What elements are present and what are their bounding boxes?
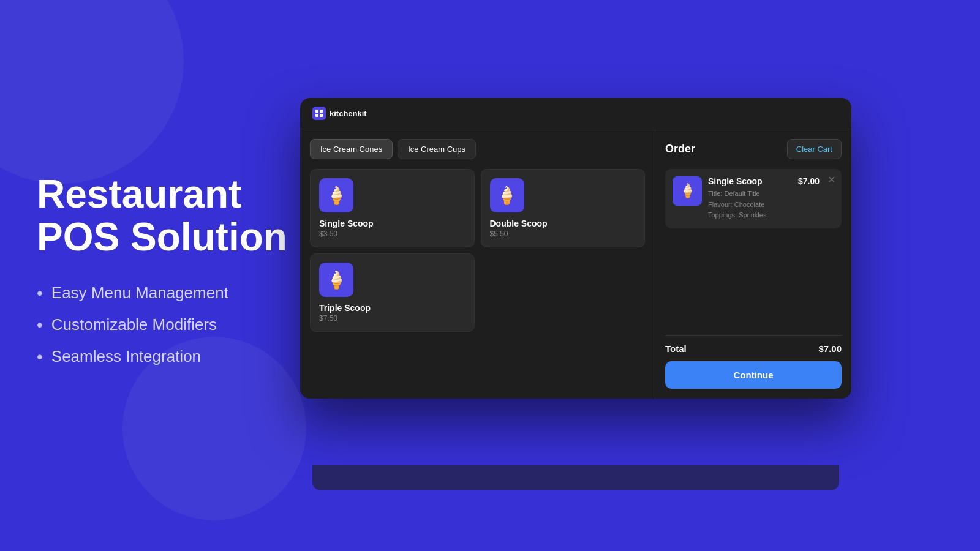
left-panel: Restaurant POS Solution Easy Menu Manage… [37,173,294,379]
bg-decoration-1 [0,0,184,184]
svg-rect-0 [315,110,318,113]
svg-rect-3 [320,114,323,117]
total-amount: $7.00 [818,343,842,354]
menu-item-triple-scoop[interactable]: 🍦 Triple Scoop $7.50 [310,253,475,332]
remove-item-button[interactable]: ✕ [827,175,835,185]
feature-item-1: Easy Menu Management [37,283,294,302]
order-panel: Order Clear Cart 🍦 Single Scoop Title: D… [655,129,851,399]
triple-scoop-name: Triple Scoop [319,303,466,313]
single-scoop-icon: 🍦 [319,178,353,212]
feature-item-2: Customizable Modifiers [37,315,294,334]
menu-item-single-scoop[interactable]: 🍦 Single Scoop $3.50 [310,169,475,247]
continue-button[interactable]: Continue [665,361,842,389]
menu-item-double-scoop[interactable]: 🍦 Double Scoop $5.50 [481,169,646,247]
svg-rect-2 [315,114,318,117]
order-total: Total $7.00 [665,335,842,354]
double-scoop-icon: 🍦 [490,178,524,212]
clear-cart-button[interactable]: Clear Cart [787,139,842,159]
triple-scoop-icon: 🍦 [319,263,353,297]
menu-grid: 🍦 Single Scoop $3.50 🍦 Double Scoop $5.5… [310,169,645,332]
menu-panel: Ice Cream Cones Ice Cream Cups 🍦 Single … [300,129,655,399]
category-tabs: Ice Cream Cones Ice Cream Cups [310,139,645,159]
modal-shadow [312,465,839,490]
pos-body: Ice Cream Cones Ice Cream Cups 🍦 Single … [300,129,851,399]
feature-item-3: Seamless Integration [37,347,294,366]
order-item-meta: Title: Default Title Flavour: Chocolate … [708,189,834,221]
feature-list: Easy Menu Management Customizable Modifi… [37,283,294,366]
tab-ice-cream-cups[interactable]: Ice Cream Cups [398,139,476,159]
order-item-price: $7.00 [798,176,820,186]
triple-scoop-price: $7.50 [319,314,466,323]
double-scoop-price: $5.50 [490,230,636,238]
logo-text: kitchenkit [330,109,367,118]
order-item-icon: 🍦 [673,176,702,206]
pos-header: kitchenkit [300,98,851,129]
pos-modal: kitchenkit Ice Cream Cones Ice Cream Cup… [300,98,851,399]
single-scoop-price: $3.50 [319,230,466,238]
order-title: Order [665,143,695,156]
total-label: Total [665,343,687,354]
logo-area: kitchenkit [312,107,367,120]
hero-title: Restaurant POS Solution [37,173,294,259]
logo-icon [312,107,326,120]
svg-rect-1 [320,110,323,113]
tab-ice-cream-cones[interactable]: Ice Cream Cones [310,139,393,159]
order-item: 🍦 Single Scoop Title: Default Title Flav… [665,169,842,228]
order-header: Order Clear Cart [665,139,842,159]
single-scoop-name: Single Scoop [319,219,466,228]
double-scoop-name: Double Scoop [490,219,636,228]
